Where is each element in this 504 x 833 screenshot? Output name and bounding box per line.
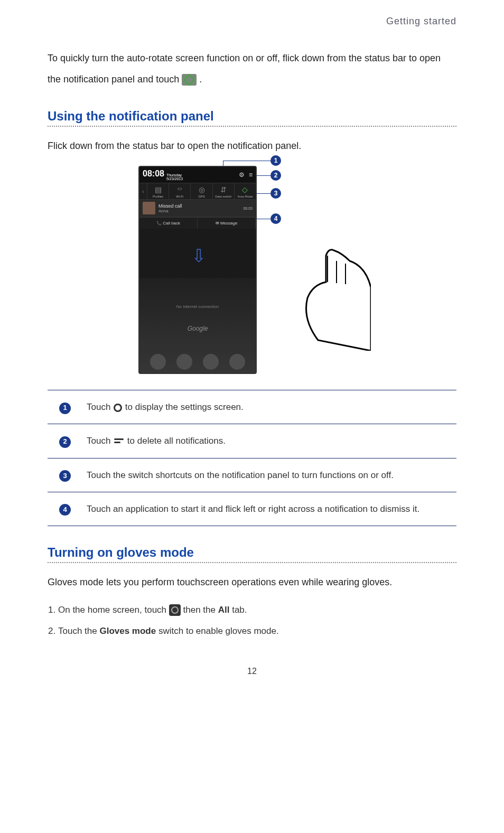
legend-num-3: 3	[59, 470, 71, 482]
dock-icon	[203, 354, 219, 370]
callout-bubble-3: 3	[270, 188, 281, 199]
toggle-scroll-left-icon: ‹	[139, 183, 147, 199]
step1-pre: On the home screen, touch	[58, 605, 169, 615]
statusbar-day: Thursday	[166, 173, 182, 177]
legend-num-2: 2	[59, 436, 71, 448]
clear-all-icon	[113, 437, 125, 444]
legend-4-text: Touch an application to start it and fli…	[82, 492, 456, 526]
callout-bubble-4: 4	[270, 213, 281, 224]
step2-post: switch to enable gloves mode.	[158, 626, 279, 636]
gear-icon	[113, 403, 123, 413]
toggle-data: ⇵Data switch	[212, 183, 234, 199]
intro-text-part1: To quickly turn the auto-rotate screen f…	[48, 53, 441, 85]
notification-caller: Anna	[158, 209, 243, 213]
dimmed-home: No Internet connection Google	[139, 278, 256, 373]
legend-num-4: 4	[59, 504, 71, 516]
legend-row-1: 1 Touch to display the settings screen.	[48, 390, 456, 424]
section-heading-notification: Using the notification panel	[48, 109, 456, 124]
legend-row-2: 2 Touch to delete all notifications.	[48, 424, 456, 458]
toggle-wifi: ⌔Wi-Fi	[169, 183, 190, 199]
phone-frame: 08:08 Thursday 5/23/2013 ⚙ ≡ ‹ ▤Profiles…	[138, 166, 257, 374]
phone-statusbar: 08:08 Thursday 5/23/2013 ⚙ ≡	[139, 167, 256, 183]
step1-bold: All	[218, 605, 230, 615]
legend-1-pre: Touch	[87, 402, 113, 412]
gloves-steps: On the home screen, touch then the All t…	[48, 601, 456, 640]
dock-icon	[150, 354, 166, 370]
divider	[48, 126, 456, 127]
legend-2-post: to delete all notifications.	[127, 436, 226, 446]
step-2: Touch the Gloves mode switch to enable g…	[58, 622, 456, 640]
page-number: 12	[48, 667, 456, 676]
legend-2-pre: Touch	[87, 436, 113, 446]
gloves-lead: Gloves mode lets you perform touchscreen…	[48, 573, 456, 592]
intro-text-part2: .	[199, 74, 202, 85]
dock-icon	[229, 354, 245, 370]
dock	[139, 354, 256, 370]
statusbar-date: 5/23/2013	[166, 177, 183, 181]
chapter-title: Getting started	[48, 16, 456, 27]
step1-post: tab.	[232, 605, 247, 615]
notification-actions: 📞 Call back ✉ Message	[139, 217, 256, 229]
action-callback: 📞 Call back	[139, 217, 198, 229]
phone-illustration: 1 2 3 4 08:08 Thursday 5/23/2013 ⚙ ≡	[138, 166, 366, 374]
callout-bubble-1: 1	[270, 155, 281, 166]
callout-line-1	[223, 161, 270, 161]
notification-card: Missed call Anna 08:03	[139, 200, 256, 217]
action-message: ✉ Message	[198, 217, 256, 229]
auto-rotate-icon	[182, 74, 197, 86]
settings-app-icon	[169, 604, 181, 616]
toggle-profiles: ▤Profiles	[147, 183, 169, 199]
legend-3-text: Touch the switch shortcuts on the notifi…	[82, 458, 456, 492]
clear-icon: ≡	[249, 171, 253, 179]
intro-paragraph: To quickly turn the auto-rotate screen f…	[48, 48, 456, 90]
legend-num-1: 1	[59, 403, 71, 414]
legend-row-3: 3 Touch the switch shortcuts on the noti…	[48, 458, 456, 492]
step-1: On the home screen, touch then the All t…	[58, 601, 456, 619]
swipe-down-arrow-icon: ⇩	[191, 245, 206, 266]
toggle-row: ‹ ▤Profiles ⌔Wi-Fi ◎GPS ⇵Data switch ◇Au…	[139, 183, 256, 200]
toggle-gps: ◎GPS	[190, 183, 212, 199]
notification-title: Missed call	[158, 203, 243, 209]
section1-lead: Flick down from the status bar to open t…	[48, 136, 456, 155]
google-bar: Google	[139, 325, 256, 332]
legend-1-post: to display the settings screen.	[125, 402, 244, 412]
section-heading-gloves: Turning on gloves mode	[48, 545, 456, 560]
legend-table: 1 Touch to display the settings screen. …	[48, 390, 456, 526]
statusbar-time: 08:08	[143, 169, 164, 179]
toggle-autorotate: ◇Auto-Rotat	[234, 183, 256, 199]
legend-row-4: 4 Touch an application to start it and f…	[48, 492, 456, 526]
divider	[48, 562, 456, 563]
step1-mid: then the	[183, 605, 218, 615]
step2-pre: Touch the	[58, 626, 99, 636]
settings-icon: ⚙	[239, 171, 245, 179]
hand-icon	[297, 245, 371, 351]
callout-bubble-2: 2	[270, 170, 281, 181]
dock-icon	[176, 354, 192, 370]
notification-time: 08:03	[243, 207, 253, 210]
no-internet-text: No Internet connection	[139, 304, 256, 309]
avatar	[143, 202, 155, 214]
step2-bold: Gloves mode	[99, 626, 156, 636]
